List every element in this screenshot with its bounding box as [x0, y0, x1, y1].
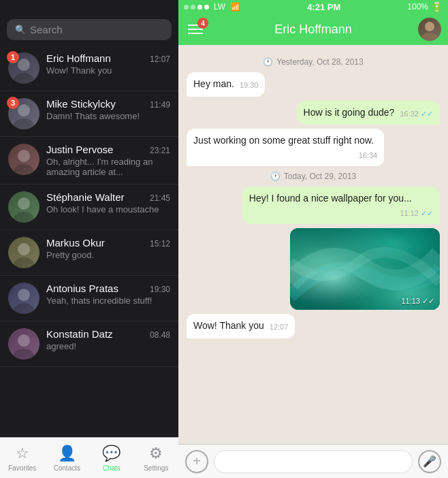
chat-name: Stéphanie Walter [46, 191, 125, 203]
contacts-tab-label: Contacts [54, 464, 80, 472]
chat-info: Stéphanie Walter21:45Oh look! I have a m… [46, 191, 170, 214]
avatar-svg [418, 18, 441, 41]
tab-bar-left: ☆Favorites👤Contacts💬Chats⚙Settings [0, 437, 178, 478]
search-placeholder: Search [30, 24, 63, 35]
chat-time: 21:45 [150, 193, 170, 203]
chat-item[interactable]: 3Mike Stickylcky11:49Damn! Thats awesome… [0, 91, 178, 137]
svg-point-0 [18, 59, 30, 71]
chat-name: Mike Stickylcky [46, 98, 116, 110]
chat-name-row: Mike Stickylcky11:49 [46, 98, 170, 110]
message-text: Hey man. [193, 78, 234, 89]
message-bubble-received: Hey man.19:30 [187, 72, 265, 97]
chat-name: Eric Hoffmann [46, 52, 111, 64]
chat-time: 08.48 [150, 330, 170, 340]
chat-preview: Pretty good. [46, 250, 170, 260]
tab-favorites[interactable]: ☆Favorites [0, 438, 45, 478]
message-bubble-sent: How is it going dude?16:32 ✓✓ [297, 101, 440, 125]
tab-settings[interactable]: ⚙Settings [134, 438, 179, 478]
message-row-received: Wow! Thank you12:07 [187, 314, 440, 338]
svg-point-15 [421, 33, 438, 41]
chat-name-row: Konstatin Datz08.48 [46, 328, 170, 340]
message-bubble-received: Wow! Thank you12:07 [187, 314, 295, 338]
chat-info: Eric Hoffmann12:07Wow! Thank you [46, 52, 170, 76]
chat-header-name: Eric Hoffmann [274, 22, 352, 37]
chat-preview: Wow! Thank you [46, 65, 170, 76]
menu-line-2 [188, 29, 203, 30]
message-time: 16:34 [359, 150, 378, 161]
right-panel: LW 📶 4:21 PM 100% 🔋 4 Eric Hoffmann 🕐Yes… [178, 0, 448, 478]
search-bar[interactable]: 🔍 Search [7, 19, 172, 40]
chat-preview: Damn! Thats awesome! [46, 111, 170, 121]
message-row-received: Hey man.19:30 [187, 72, 440, 97]
chat-name: Konstatin Datz [46, 328, 113, 340]
tab-chats[interactable]: 💬Chats [89, 438, 134, 478]
signal-dot-4 [204, 5, 209, 10]
chat-info: Mike Stickylcky11:49Damn! Thats awesome! [46, 98, 170, 121]
chat-item[interactable]: Antonius Pratas19:30Yeah, thats incredib… [0, 276, 178, 321]
chat-name: Markus Okur [46, 237, 105, 249]
clock-icon: 🕐 [270, 172, 281, 181]
svg-point-2 [18, 104, 30, 116]
tab-contacts[interactable]: 👤Contacts [45, 438, 90, 478]
chat-preview: Oh, alright... I'm reading an amazing ar… [46, 157, 170, 177]
svg-point-6 [18, 197, 30, 210]
chat-preview: Yeah, thats incredible stuff! [46, 296, 170, 306]
avatar [8, 237, 39, 268]
chat-item[interactable]: Justin Pervose23:21Oh, alright... I'm re… [0, 137, 178, 185]
mic-button[interactable]: 🎤 [418, 450, 441, 473]
avatar-image [8, 144, 39, 175]
search-icon: 🔍 [15, 25, 26, 35]
signal-dot-2 [191, 5, 195, 10]
chat-item[interactable]: Stéphanie Walter21:45Oh look! I have a m… [0, 185, 178, 230]
chat-item[interactable]: Markus Okur15:12Pretty good. [0, 230, 178, 276]
chat-name: Justin Pervose [46, 144, 113, 155]
svg-point-10 [18, 289, 30, 301]
avatar-wrap [8, 191, 39, 223]
battery-area: 100% 🔋 [407, 1, 443, 12]
unread-badge: 1 [7, 51, 19, 63]
contacts-tab-icon: 👤 [58, 445, 76, 462]
chats-tab-label: Chats [103, 464, 121, 472]
avatar-image [8, 328, 39, 360]
svg-point-14 [425, 22, 434, 31]
message-input[interactable] [214, 450, 413, 473]
chats-tab-icon: 💬 [102, 445, 121, 462]
date-divider: 🕐Today, Oct 29, 2013 [187, 172, 440, 181]
signal-dot-3 [197, 5, 202, 10]
message-time: 12:07 [270, 322, 289, 332]
unread-badge: 3 [7, 97, 19, 109]
favorites-tab-icon: ☆ [16, 445, 29, 462]
chat-header-avatar[interactable] [418, 18, 441, 41]
svg-point-9 [14, 257, 34, 268]
battery-icon: 🔋 [431, 1, 443, 12]
menu-button[interactable]: 4 [185, 18, 208, 41]
status-bar-left [0, 0, 178, 14]
left-panel: 🔍 Search 1Eric Hoffmann12:07Wow! Thank y… [0, 0, 178, 478]
add-attachment-button[interactable]: + [185, 450, 208, 473]
messages-area[interactable]: 🕐Yesterday, Oct 28, 2013Hey man.19:30How… [178, 45, 448, 444]
message-text: Hey! I found a nice wallpaper for you... [249, 193, 412, 204]
avatar-wrap [8, 237, 39, 268]
chat-preview: Oh look! I have a moustache [46, 204, 170, 214]
chat-name: Antonius Pratas [46, 283, 118, 294]
chat-time: 12:07 [150, 54, 170, 64]
message-text: Just working on some great stuff right n… [193, 135, 374, 146]
avatar-image [8, 237, 39, 268]
signal-dot-1 [184, 5, 189, 10]
chat-item[interactable]: Konstatin Datz08.48agreed! [0, 321, 178, 367]
image-time: 11:13 ✓✓ [401, 297, 434, 306]
message-bubble-sent: Hey! I found a nice wallpaper for you...… [242, 187, 440, 224]
message-text: How is it going dude? [304, 107, 395, 118]
chat-name-row: Eric Hoffmann12:07 [46, 52, 170, 64]
image-bubble: 11:13 ✓✓ [290, 228, 440, 310]
chat-item[interactable]: 1Eric Hoffmann12:07Wow! Thank you [0, 46, 178, 91]
avatar [8, 328, 39, 360]
avatar [8, 283, 39, 314]
message-row-sent: How is it going dude?16:32 ✓✓ [187, 101, 440, 125]
clock: 4:21 PM [307, 2, 340, 12]
avatar-wrap: 3 [8, 98, 39, 129]
svg-point-3 [14, 118, 34, 129]
svg-point-8 [18, 243, 30, 255]
chat-preview: agreed! [46, 341, 170, 351]
svg-point-7 [14, 212, 34, 223]
